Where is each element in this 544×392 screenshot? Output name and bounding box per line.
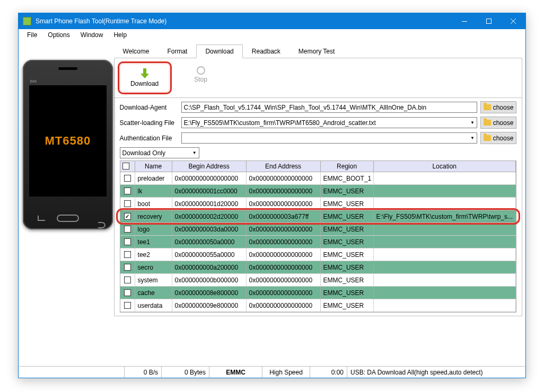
download-mode-select[interactable]: Download Only <box>120 147 199 158</box>
row-begin: 0x0000000000000000 <box>172 172 247 184</box>
row-check-cell[interactable] <box>120 274 135 286</box>
checkbox-icon[interactable] <box>124 277 131 283</box>
tab-format[interactable]: Format <box>158 44 196 58</box>
checkbox-icon[interactable] <box>124 175 131 182</box>
row-location <box>374 299 516 311</box>
status-progress <box>19 367 125 378</box>
download-button[interactable]: Download <box>121 65 169 91</box>
tab-download[interactable]: Download <box>196 44 242 58</box>
tab-memory-test[interactable]: Memory Test <box>289 44 344 58</box>
grid-header: Name Begin Address End Address Region Lo… <box>120 161 516 172</box>
da-label: Download-Agent <box>120 104 178 111</box>
row-check-cell[interactable] <box>120 261 135 273</box>
close-button[interactable] <box>501 13 525 29</box>
status-storage: EMMC <box>209 367 262 378</box>
tab-readback[interactable]: Readback <box>243 44 289 58</box>
table-row[interactable]: system0x000000000b0000000x00000000000000… <box>120 274 516 287</box>
menu-window[interactable]: Window <box>75 30 109 40</box>
row-end: 0x0000000000000000 <box>247 299 321 311</box>
checkbox-icon[interactable] <box>124 226 131 233</box>
table-row[interactable]: boot0x0000000001d200000x0000000000000000… <box>120 198 516 210</box>
row-check-cell[interactable] <box>120 223 135 235</box>
header-region[interactable]: Region <box>321 161 374 172</box>
scatter-choose-button[interactable]: choose <box>480 117 516 129</box>
table-row[interactable]: logo0x0000000003da00000x0000000000000000… <box>120 223 516 236</box>
phone-chip-label: MT6580 <box>45 134 91 148</box>
row-region: EMMC_USER <box>321 248 374 261</box>
row-name: tee2 <box>135 248 172 261</box>
row-name: cache <box>135 287 172 299</box>
table-row[interactable]: userdata0x000000009e8000000x000000000000… <box>120 299 516 312</box>
checkbox-icon[interactable] <box>124 188 131 194</box>
header-location[interactable]: Location <box>374 161 516 172</box>
minimize-button[interactable] <box>452 13 477 29</box>
menu-options[interactable]: Options <box>42 30 75 40</box>
row-region: EMMC_USER <box>321 210 374 222</box>
row-check-cell[interactable] <box>120 287 135 299</box>
row-end: 0x0000000000000000 <box>247 198 321 210</box>
menu-file[interactable]: File <box>22 30 42 40</box>
row-region: EMMC_USER <box>321 223 374 235</box>
row-begin: 0x000000008e800000 <box>172 287 247 299</box>
row-check-cell[interactable] <box>120 236 135 248</box>
row-end: 0x0000000000000000 <box>247 287 321 299</box>
svg-rect-1 <box>487 19 492 24</box>
stop-label: Stop <box>194 76 207 83</box>
header-check[interactable] <box>120 161 135 172</box>
header-name[interactable]: Name <box>135 161 172 172</box>
checkbox-icon[interactable] <box>124 302 131 309</box>
scatter-label: Scatter-loading File <box>120 119 178 127</box>
table-row[interactable]: preloader0x00000000000000000x00000000000… <box>120 172 516 185</box>
titlebar[interactable]: Smart Phone Flash Tool(Runtime Trace Mod… <box>19 13 525 29</box>
row-location <box>374 248 516 261</box>
header-begin[interactable]: Begin Address <box>172 161 247 172</box>
row-check-cell[interactable] <box>120 172 135 184</box>
folder-icon <box>484 120 491 126</box>
row-end: 0x0000000000000000 <box>247 248 321 261</box>
folder-icon <box>484 104 491 110</box>
row-region: EMMC_USER <box>321 185 374 197</box>
header-end[interactable]: End Address <box>247 161 321 172</box>
row-check-cell[interactable] <box>120 299 135 311</box>
stop-button[interactable]: Stop <box>177 61 225 88</box>
row-region: EMMC_USER <box>321 274 374 286</box>
table-row[interactable]: cache0x000000008e8000000x000000000000000… <box>120 287 516 299</box>
download-highlight: Download <box>118 61 172 94</box>
row-begin: 0x000000009e800000 <box>172 299 247 311</box>
toolbar: Download Stop <box>114 58 522 98</box>
auth-label: Authentication File <box>120 135 178 142</box>
row-location <box>374 198 516 210</box>
auth-choose-button[interactable]: choose <box>480 132 516 144</box>
svg-rect-0 <box>462 21 467 22</box>
checkbox-icon[interactable] <box>124 264 131 271</box>
main-pane: Welcome Format Download Readback Memory … <box>114 44 522 363</box>
checkbox-icon[interactable] <box>124 213 131 220</box>
checkbox-icon[interactable] <box>124 251 131 258</box>
status-time: 0:00 <box>310 367 347 378</box>
table-row[interactable]: lk0x0000000001cc00000x0000000000000000EM… <box>120 185 516 198</box>
row-check-cell[interactable] <box>120 210 135 222</box>
row-check-cell[interactable] <box>120 185 135 197</box>
row-check-cell[interactable] <box>120 248 135 261</box>
menu-help[interactable]: Help <box>108 30 132 40</box>
scatter-combo[interactable]: E:\Fly_FS505\MTK\custom_firm\TWRP\MT6580… <box>181 117 477 128</box>
row-name: tee1 <box>135 236 172 248</box>
statusbar: 0 B/s 0 Bytes EMMC High Speed 0:00 USB: … <box>19 366 525 378</box>
checkbox-icon[interactable] <box>124 200 131 207</box>
checkbox-icon[interactable] <box>124 289 131 296</box>
table-row[interactable]: tee20x0000000055a00000x0000000000000000E… <box>120 248 516 261</box>
da-choose-button[interactable]: choose <box>480 101 516 113</box>
checkbox-icon[interactable] <box>122 163 129 170</box>
table-row[interactable]: recovery0x0000000002d200000x0000000003a6… <box>120 210 516 223</box>
da-input[interactable] <box>181 102 477 113</box>
checkbox-icon[interactable] <box>124 238 131 245</box>
auth-combo[interactable] <box>181 132 477 144</box>
tab-welcome[interactable]: Welcome <box>114 44 159 58</box>
maximize-button[interactable] <box>477 13 501 29</box>
status-rate: 0 B/s <box>125 367 162 378</box>
row-region: EMMC_USER <box>321 287 374 299</box>
app-window: Smart Phone Flash Tool(Runtime Trace Mod… <box>18 13 526 378</box>
table-row[interactable]: tee10x0000000050a00000x0000000000000000E… <box>120 236 516 248</box>
row-check-cell[interactable] <box>120 198 135 210</box>
table-row[interactable]: secro0x000000000a2000000x000000000000000… <box>120 261 516 274</box>
